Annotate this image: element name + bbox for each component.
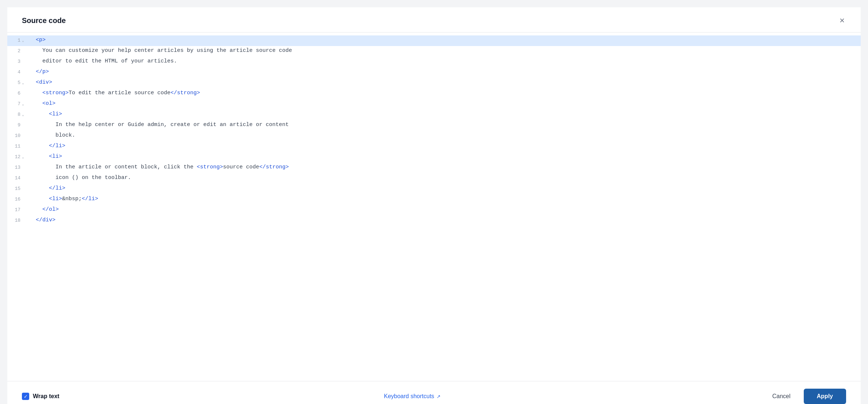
code-line-10: block. <box>28 131 861 141</box>
line-number-1: 1 ⌄ <box>7 35 28 46</box>
code-line-12: <li> <box>28 152 861 163</box>
line-number-6: 6 <box>7 88 28 99</box>
line-number-10: 10 <box>7 131 28 141</box>
line-number-14: 14 <box>7 173 28 184</box>
code-line-14: icon () on the toolbar. <box>28 173 861 184</box>
code-line-17: </ol> <box>28 205 861 216</box>
code-line-18: </div> <box>28 216 861 226</box>
line-number-2: 2 <box>7 46 28 57</box>
code-line-9: In the help center or Guide admin, creat… <box>28 120 861 131</box>
fold-indicator-8[interactable]: ⌄ <box>20 112 26 118</box>
line-number-13: 13 <box>7 163 28 173</box>
line-number-7: 7 ⌄ <box>7 99 28 110</box>
modal-title: Source code <box>22 16 66 25</box>
code-line-2: You can customize your help center artic… <box>28 46 861 57</box>
line-number-9: 9 <box>7 120 28 131</box>
modal-overlay: Source code × 1 ⌄ 2 <box>7 7 861 404</box>
code-editor[interactable]: 1 ⌄ 2 3 4 <box>7 33 861 381</box>
line-number-12: 12 ⌄ <box>7 152 28 163</box>
code-line-5: <div> <box>28 78 861 88</box>
external-link-icon: ↗ <box>437 394 441 399</box>
fold-indicator-12[interactable]: ⌄ <box>20 154 26 160</box>
fold-indicator-1[interactable]: ⌄ <box>20 38 26 44</box>
line-number-15: 15 <box>7 184 28 194</box>
code-line-3: editor to edit the HTML of your articles… <box>28 57 861 67</box>
close-icon: × <box>840 16 845 25</box>
code-line-6: <strong>To edit the article source code<… <box>28 88 861 99</box>
code-line-11: </li> <box>28 141 861 152</box>
line-number-8: 8 ⌄ <box>7 110 28 120</box>
footer-left: ✓ Wrap text <box>22 393 59 400</box>
code-line-15: </li> <box>28 184 861 194</box>
cancel-button[interactable]: Cancel <box>765 389 798 403</box>
line-number-17: 17 <box>7 205 28 216</box>
footer-center: Keyboard shortcuts ↗ <box>384 393 441 400</box>
keyboard-shortcuts-link[interactable]: Keyboard shortcuts ↗ <box>384 393 441 400</box>
line-number-3: 3 <box>7 57 28 67</box>
line-number-16: 16 <box>7 194 28 205</box>
fold-indicator-7[interactable]: ⌄ <box>20 101 26 107</box>
checkmark-icon: ✓ <box>24 394 28 399</box>
close-button[interactable]: × <box>838 15 846 26</box>
code-line-7: <ol> <box>28 99 861 110</box>
line-number-5: 5 ⌄ <box>7 78 28 88</box>
line-number-18: 18 <box>7 216 28 226</box>
code-lines[interactable]: <p> You can customize your help center a… <box>28 33 861 229</box>
keyboard-shortcuts-label: Keyboard shortcuts <box>384 393 434 400</box>
fold-indicator-5[interactable]: ⌄ <box>20 80 26 86</box>
footer-right: Cancel Apply <box>765 389 846 404</box>
line-number-11: 11 <box>7 141 28 152</box>
code-line-16: <li>&nbsp;</li> <box>28 194 861 205</box>
line-number-4: 4 <box>7 67 28 78</box>
line-numbers: 1 ⌄ 2 3 4 <box>7 33 28 229</box>
code-content: 1 ⌄ 2 3 4 <box>7 33 861 229</box>
code-line-8: <li> <box>28 110 861 120</box>
source-code-modal: Source code × 1 ⌄ 2 <box>7 7 861 404</box>
modal-header: Source code × <box>7 7 861 33</box>
code-line-13: In the article or content block, click t… <box>28 163 861 173</box>
wrap-text-checkbox[interactable]: ✓ <box>22 393 29 400</box>
code-line-4: </p> <box>28 67 861 78</box>
wrap-text-label: Wrap text <box>33 393 59 400</box>
modal-footer: ✓ Wrap text Keyboard shortcuts ↗ Cancel … <box>7 381 861 404</box>
wrap-text-checkbox-wrapper[interactable]: ✓ Wrap text <box>22 393 59 400</box>
code-line-1: <p> <box>28 35 861 46</box>
apply-button[interactable]: Apply <box>804 389 846 404</box>
